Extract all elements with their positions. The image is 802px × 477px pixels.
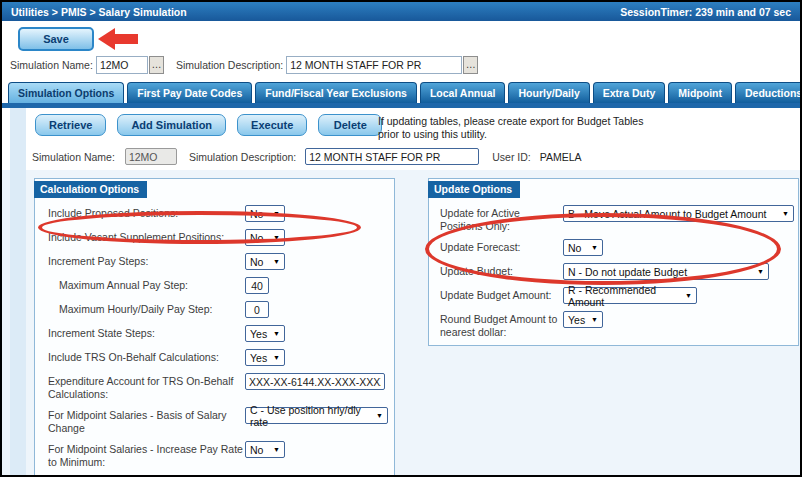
field-label: Include Vacant Supplement Positions: <box>48 229 245 244</box>
dropdown-arrow-icon: ▼ <box>273 354 280 361</box>
field-row: Update for Active Positions Only: B - Mo… <box>440 205 798 232</box>
simulation-description-lookup-button[interactable]: … <box>463 56 478 74</box>
field-label: Update Budget Amount: <box>440 287 563 302</box>
field-label: Include Proposed Positions: <box>48 205 245 220</box>
tab-bar-underline <box>2 103 800 108</box>
field-label: Maximum Annual Pay Step: <box>48 277 245 292</box>
arrow-head <box>98 28 115 50</box>
record-simulation-name-label: Simulation Name: <box>32 151 115 163</box>
record-form: Simulation Name: Simulation Description:… <box>32 148 582 165</box>
breadcrumb: Utilities > PMIS > Salary Simulation <box>11 6 187 18</box>
tab-local-annual[interactable]: Local Annual <box>420 82 506 103</box>
increment-state-steps-select[interactable]: Yes ▼ <box>245 325 285 342</box>
note-line-1: If updating tables, please create export… <box>378 115 643 128</box>
field-label: Update for Active Positions Only: <box>440 205 563 232</box>
update-forecast-select[interactable]: No ▼ <box>563 239 603 256</box>
dropdown-arrow-icon: ▼ <box>782 210 789 217</box>
update-options-group: Update Options Update for Active Positio… <box>428 178 799 346</box>
field-row: For Midpoint Salaries - Basis of Salary … <box>48 407 394 434</box>
midpoint-basis-of-salary-change-select[interactable]: C - Use position hrly/dly rate ▼ <box>245 407 388 424</box>
add-simulation-button[interactable]: Add Simulation <box>117 114 226 136</box>
tab-deductions[interactable]: Deductions <box>735 82 800 103</box>
round-budget-amount-select[interactable]: Yes ▼ <box>563 311 603 328</box>
top-bar: Utilities > PMIS > Salary Simulation Ses… <box>2 2 800 21</box>
include-trs-on-behalf-select[interactable]: Yes ▼ <box>245 349 285 366</box>
lookup-form: Simulation Name: … Simulation Descriptio… <box>10 56 478 74</box>
dropdown-arrow-icon: ▼ <box>591 316 598 323</box>
tab-fund-fiscal-year-exclusions[interactable]: Fund/Fiscal Year Exclusions <box>255 82 417 103</box>
tab-bar: Simulation Options First Pay Date Codes … <box>8 82 800 103</box>
left-gutter <box>10 108 26 475</box>
dropdown-arrow-icon: ▼ <box>273 330 280 337</box>
tab-midpoint[interactable]: Midpoint <box>668 82 732 103</box>
dropdown-arrow-icon: ▼ <box>685 292 692 299</box>
simulation-name-lookup-button[interactable]: … <box>149 56 164 74</box>
budget-tables-note: If updating tables, please create export… <box>378 115 643 141</box>
tab-simulation-options[interactable]: Simulation Options <box>8 82 124 103</box>
field-row: Update Budget Amount: R - Recommended Am… <box>440 287 798 304</box>
dropdown-arrow-icon: ▼ <box>376 412 383 419</box>
field-label: For Midpoint Salaries - Basis of Salary … <box>48 407 245 434</box>
field-label: Increment Pay Steps: <box>48 253 245 268</box>
simulation-name-lookup-input[interactable] <box>96 56 148 74</box>
arrow-tail <box>115 34 138 44</box>
user-id-label: User ID: <box>492 151 531 163</box>
field-label: Expenditure Account for TRS On-Behalf Ca… <box>48 373 245 400</box>
dropdown-arrow-icon: ▼ <box>591 244 598 251</box>
field-label: Update Forecast: <box>440 239 563 254</box>
field-label: For Midpoint Salaries - Increase Pay Rat… <box>48 441 245 468</box>
field-label: Update Budget: <box>440 263 563 278</box>
retrieve-button[interactable]: Retrieve <box>35 114 106 136</box>
simulation-name-label: Simulation Name: <box>10 59 93 71</box>
field-row: Maximum Hourly/Daily Pay Step: <box>48 301 394 318</box>
field-row: Expenditure Account for TRS On-Behalf Ca… <box>48 373 394 400</box>
field-row: Increment Pay Steps: No ▼ <box>48 253 394 270</box>
save-button[interactable]: Save <box>18 27 94 51</box>
annotation-arrow-icon <box>98 28 138 50</box>
session-timer: SessionTimer: 239 min and 07 sec <box>620 6 791 18</box>
field-row: Update Forecast: No ▼ <box>440 239 798 256</box>
field-row: Round Budget Amount to nearest dollar: Y… <box>440 311 798 338</box>
field-row: For Midpoint Salaries - Increase Pay Rat… <box>48 441 394 468</box>
user-id-value: PAMELA <box>540 151 582 163</box>
dropdown-arrow-icon: ▼ <box>273 234 280 241</box>
tab-extra-duty[interactable]: Extra Duty <box>593 82 666 103</box>
field-label: Increment State Steps: <box>48 325 245 340</box>
update-budget-select[interactable]: N - Do not update Budget ▼ <box>563 263 769 280</box>
dropdown-arrow-icon: ▼ <box>757 268 764 275</box>
include-vacant-supplement-positions-select[interactable]: No ▼ <box>245 229 285 246</box>
dropdown-arrow-icon: ▼ <box>273 446 280 453</box>
field-row: Include Proposed Positions: No ▼ <box>48 205 394 222</box>
simulation-description-label: Simulation Description: <box>176 59 283 71</box>
field-row: Maximum Annual Pay Step: <box>48 277 394 294</box>
include-proposed-positions-select[interactable]: No ▼ <box>245 205 285 222</box>
field-row: Increment State Steps: Yes ▼ <box>48 325 394 342</box>
expenditure-account-input[interactable] <box>245 373 385 390</box>
calculation-options-group: Calculation Options Include Proposed Pos… <box>34 178 395 477</box>
increment-pay-steps-select[interactable]: No ▼ <box>245 253 285 270</box>
note-line-2: prior to using this utility. <box>378 128 643 141</box>
update-options-title: Update Options <box>428 181 520 198</box>
app-window: Utilities > PMIS > Salary Simulation Ses… <box>0 0 802 477</box>
record-simulation-name-input <box>125 148 177 165</box>
delete-button[interactable]: Delete <box>318 114 382 136</box>
field-row: Update Budget: N - Do not update Budget … <box>440 263 798 280</box>
tab-first-pay-date-codes[interactable]: First Pay Date Codes <box>127 82 252 103</box>
simulation-description-lookup-input[interactable] <box>286 56 462 74</box>
maximum-annual-pay-step-input[interactable] <box>245 277 269 294</box>
record-simulation-description-label: Simulation Description: <box>189 151 296 163</box>
tab-hourly-daily[interactable]: Hourly/Daily <box>508 82 589 103</box>
maximum-hourly-daily-pay-step-input[interactable] <box>245 301 269 318</box>
dropdown-arrow-icon: ▼ <box>273 210 280 217</box>
field-label: Round Budget Amount to nearest dollar: <box>440 311 563 338</box>
update-active-positions-select[interactable]: B - Move Actual Amount to Budget Amount … <box>563 205 794 222</box>
midpoint-increase-pay-rate-select[interactable]: No ▼ <box>245 441 285 458</box>
calculation-options-title: Calculation Options <box>34 181 147 198</box>
field-label: Include TRS On-Behalf Calculations: <box>48 349 245 364</box>
field-row: Include TRS On-Behalf Calculations: Yes … <box>48 349 394 366</box>
update-budget-amount-select[interactable]: R - Recommended Amount ▼ <box>563 287 697 304</box>
record-simulation-description-input[interactable] <box>305 148 479 165</box>
field-row: Include Vacant Supplement Positions: No … <box>48 229 394 246</box>
execute-button[interactable]: Execute <box>237 114 307 136</box>
action-toolbar: Retrieve Add Simulation Execute Delete <box>35 114 382 136</box>
